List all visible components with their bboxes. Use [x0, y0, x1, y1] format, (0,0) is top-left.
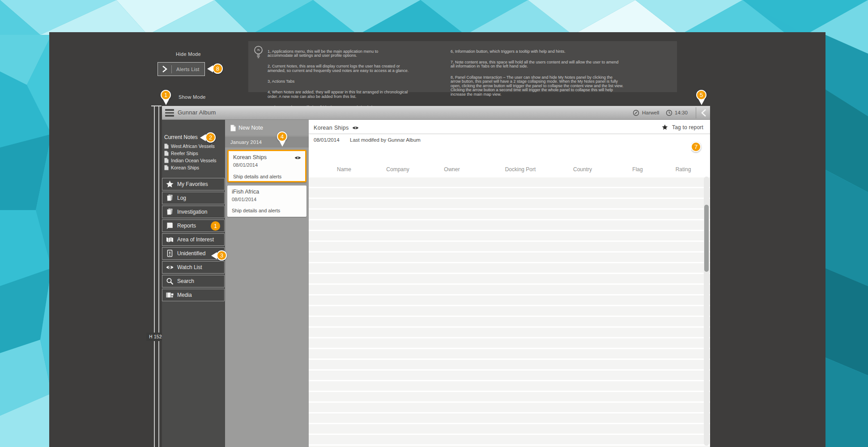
eye-icon[interactable]	[352, 126, 359, 130]
media-icon	[166, 291, 174, 299]
legend-item-1: 1, Applications menu, this will be the m…	[268, 50, 447, 58]
note-label: Reefer Ships	[171, 151, 198, 156]
tab-label: Watch List	[177, 264, 202, 270]
chevron-left-icon	[701, 109, 706, 117]
tab-label: Search	[177, 278, 194, 284]
location-label: Harwell	[642, 106, 659, 119]
measure-line	[158, 106, 159, 447]
star-icon	[166, 180, 174, 188]
note-card-desc: Ship details and alerts	[233, 174, 281, 179]
tab-label: Reports	[177, 223, 196, 229]
column-header-docking-port[interactable]: Docking Port	[505, 166, 536, 173]
applications-menu-icon[interactable]	[165, 109, 174, 117]
note-card-title: iFish Africa	[232, 189, 259, 195]
measure-tick	[151, 105, 162, 106]
tab-label: My Favorites	[177, 181, 208, 187]
notes-group-header: January 2014	[225, 137, 309, 148]
tab-investigation[interactable]: Investigation	[162, 206, 225, 218]
callout-marker-3: 3	[217, 250, 227, 261]
my-notes-panel: New Note January 2014 Korean Ships 08/01…	[225, 120, 309, 447]
tab-my-favorites[interactable]: My Favorites	[162, 178, 225, 190]
legend-item-8: 8, Panel Collapse Interaction – The user…	[451, 76, 674, 97]
tab-label: Unidentified	[177, 250, 205, 257]
book-icon	[166, 222, 174, 230]
eye-icon[interactable]	[294, 156, 301, 160]
sidebar-note-west-african-vessels[interactable]: West African Vessels	[164, 143, 215, 149]
callout-marker-5: 5	[696, 90, 706, 100]
legend-item-4: 4, When Notes are added, they will appea…	[268, 90, 447, 99]
column-header-country[interactable]: Country	[573, 166, 592, 173]
column-header-owner[interactable]: Owner	[444, 166, 460, 173]
tab-label: Log	[177, 195, 186, 201]
tab-label: Investigation	[177, 209, 207, 215]
tab-area-of-interest[interactable]: Area of Interest	[162, 233, 225, 246]
last-modified-label: Last modifed by Gunnar Album	[350, 137, 421, 143]
divider	[309, 134, 710, 134]
column-header-flag[interactable]: Flag	[632, 166, 642, 173]
alerts-list-button[interactable]: Alerts List	[157, 62, 205, 76]
scrollbar-thumb[interactable]	[704, 205, 709, 272]
note-card-ifish-africa[interactable]: iFish Africa 08/01/2014 Ship details and…	[227, 186, 306, 217]
column-header-name[interactable]: Name	[337, 166, 351, 173]
legend-panel: 1, Applications menu, this will be the m…	[248, 41, 677, 92]
app-window: Gunnar Album Harwell 14:30 Current Notes…	[162, 106, 710, 447]
callout-marker-1: 1	[161, 90, 171, 100]
tab-reports[interactable]: Reports 1	[162, 219, 225, 232]
note-icon	[230, 125, 236, 131]
legend-item-2: 2, Current Notes, this area will display…	[268, 64, 447, 73]
pages-icon	[166, 194, 174, 202]
empty-table-rows	[309, 177, 710, 447]
note-card-desc: Ship details and alerts	[232, 208, 280, 213]
lightbulb-icon	[253, 45, 264, 62]
sidebar-note-reefer-ships[interactable]: Reefer Ships	[164, 150, 198, 156]
note-label: Indian Ocean Vessels	[171, 158, 217, 163]
note-icon	[164, 158, 169, 163]
note-card-korean-ships[interactable]: Korean Ships 08/01/2014 Ship details and…	[227, 150, 306, 182]
measure-line	[154, 106, 155, 447]
search-icon	[166, 277, 174, 285]
divider	[171, 65, 172, 73]
legend-column-right: 6, Information button, which triggers a …	[451, 45, 674, 103]
action-tabs: My Favorites Log Investigation Reports 1…	[162, 178, 225, 303]
sidebar-note-korean-ships[interactable]: Korean Ships	[164, 164, 199, 171]
hide-mode-label: Hide Mode	[176, 51, 201, 57]
tab-label: Media	[177, 292, 192, 298]
reports-count-badge: 1	[211, 221, 220, 231]
content-title: Korean Ships	[314, 125, 349, 131]
note-label: Korean Ships	[171, 165, 199, 170]
tab-log[interactable]: Log	[162, 192, 225, 204]
note-card-date: 08/01/2014	[232, 197, 256, 202]
note-content-area: Korean Ships Tag to report 08/01/2014 La…	[309, 120, 710, 447]
note-card-title: Korean Ships	[233, 154, 267, 160]
star-icon	[662, 124, 668, 131]
tag-to-report-button[interactable]: Tag to report	[662, 124, 703, 131]
time-label: 14:30	[675, 106, 688, 119]
clock-icon	[666, 110, 672, 116]
new-note-label: New Note	[238, 125, 263, 131]
eye-icon	[166, 263, 174, 271]
show-mode-label: Show Mode	[179, 94, 206, 100]
chevron-right-icon	[162, 65, 167, 73]
sidebar-note-indian-ocean-vessels[interactable]: Indian Ocean Vessels	[164, 157, 217, 164]
callout-marker-2: 2	[205, 132, 216, 143]
collapse-panel-button[interactable]	[698, 108, 709, 118]
current-notes-heading: Current Notes	[164, 134, 198, 140]
window-header: Gunnar Album Harwell 14:30	[162, 106, 710, 120]
column-header-company[interactable]: Company	[386, 166, 409, 173]
tab-media[interactable]: Media	[162, 289, 225, 301]
legend-item-3: 3, Actions Tabs	[268, 80, 447, 84]
content-date: 08/01/2014	[314, 137, 340, 143]
column-header-rating[interactable]: Rating	[676, 166, 691, 173]
legend-item-6: 6, Information button, which triggers a …	[451, 50, 674, 54]
callout-marker-7: 7	[691, 142, 701, 152]
pages-icon	[166, 208, 174, 216]
note-label: West African Vessels	[171, 143, 215, 149]
note-card-date: 08/01/2014	[233, 162, 258, 168]
map-icon	[166, 236, 174, 244]
sidebar: Current Notes West African Vessels Reefe…	[162, 120, 225, 447]
scrollbar-track[interactable]	[704, 177, 709, 446]
tab-search[interactable]: Search	[162, 275, 225, 287]
new-note-button[interactable]: New Note	[225, 120, 309, 136]
tab-watch-list[interactable]: Watch List	[162, 261, 225, 274]
note-icon	[164, 151, 169, 156]
